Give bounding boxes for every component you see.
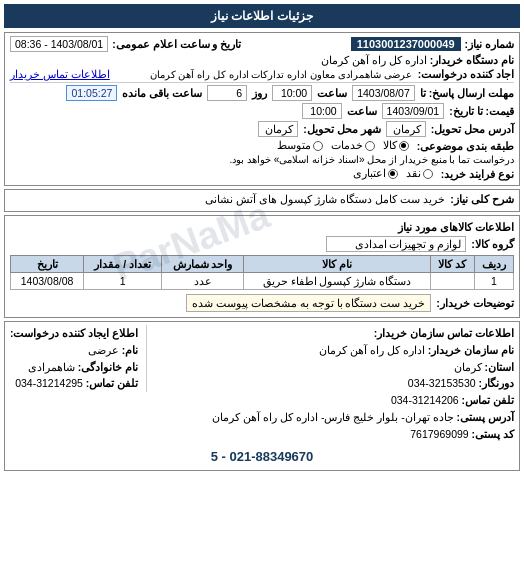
requester-org-title: اطلاع ایجاد کننده درخواست:	[10, 325, 138, 342]
cash-label: نقد	[406, 167, 421, 180]
exchange-row: درخواست تما با منبع خریدار از محل «اسناد…	[10, 154, 514, 165]
order-date-row: شماره نیاز: 1103001237000049 تاریخ و ساع…	[10, 36, 514, 52]
expiry-date-value: 1403/09/01	[382, 103, 445, 119]
hours-label: ساعت باقی مانده	[122, 87, 202, 99]
cash-radio[interactable]	[423, 169, 433, 179]
contact-phone2-value: 31214206-034	[391, 394, 459, 406]
send-time-value: 10:00	[272, 85, 312, 101]
main-info-section: شماره نیاز: 1103001237000049 تاریخ و ساع…	[4, 32, 520, 186]
buyer-note-value: خرید ست دستگاه با توجه به مشخصات پیوست ش…	[186, 294, 431, 312]
goods-group-label: گروه کالا:	[471, 238, 514, 251]
delivery-city-label: شهر محل تحویل:	[303, 123, 380, 135]
contact-main: اطلاعات تماس سازمان خریدار: نام سازمان خ…	[212, 325, 514, 443]
topic-khadamat-radio[interactable]	[365, 141, 375, 151]
topic-middle-label: متوسط	[277, 139, 311, 152]
page-title: جزئیات اطلاعات نیاز	[211, 9, 313, 23]
contact-province-value: کرمان	[454, 361, 482, 373]
requester-phone-row: تلفن تماس: 31214295-034	[10, 375, 138, 392]
buyer-org-value: اداره کل راه آهن کرمان	[321, 54, 427, 66]
delivery-city-value: کرمان	[258, 121, 298, 137]
send-date-label: مهلت ارسال پاسخ: تا	[420, 87, 514, 99]
topic-kala-radio[interactable]	[399, 141, 409, 151]
credit-option[interactable]: اعتباری	[353, 167, 398, 180]
hours-value: 01:05:27	[66, 85, 117, 101]
requester-surname-value: شاهمرادی	[28, 361, 75, 373]
cell-row: 1	[474, 273, 513, 290]
credit-label: اعتباری	[353, 167, 386, 180]
description-row: شرح کلی نیاز: خرید ست کامل دستگاه شارژ ک…	[10, 193, 514, 206]
purchase-org-full: عرضی شاهمرادی معاون اداره تدارکات اداره …	[150, 69, 412, 80]
page-container: ParNaMa جزئیات اطلاعات نیاز شماره نیاز: …	[0, 0, 524, 478]
days-value: 6	[207, 85, 247, 101]
days-label: روز	[252, 87, 267, 99]
topic-label: طبقه بندی موضوعی:	[417, 140, 514, 152]
description-value: خرید ست کامل دستگاه شارژ کپسول های آتش ن…	[205, 193, 445, 206]
credit-radio[interactable]	[388, 169, 398, 179]
send-date-row: مهلت ارسال پاسخ: تا 1403/08/07 ساعت 10:0…	[10, 85, 514, 101]
cell-unit: عدد	[162, 273, 244, 290]
requester-surname-label: نام خانوادگی:	[78, 361, 138, 373]
purchase-org-row: اجاد کننده درخواست: عرضی شاهمرادی معاون …	[10, 68, 514, 80]
expiry-note-label: قیمت: تا تاریخ:	[449, 105, 514, 117]
topic-middle-radio[interactable]	[313, 141, 323, 151]
description-section: شرح کلی نیاز: خرید ست کامل دستگاه شارژ ک…	[4, 189, 520, 212]
delivery-place-label: آدرس محل تحویل:	[431, 123, 514, 135]
requester-surname-row: نام خانوادگی: شاهمرادی	[10, 359, 138, 376]
topic-khadamat-option[interactable]: خدمات	[331, 139, 375, 152]
date-time-group: تاریخ و ساعت اعلام عمومی: 1403/08/01 - 0…	[10, 36, 241, 52]
send-date-value: 1403/08/07	[352, 85, 415, 101]
col-code: کد کالا	[431, 256, 475, 273]
contact-phone2-label: تلفن تماس:	[462, 394, 514, 406]
delivery-row: آدرس محل تحویل: کرمان شهر محل تحویل: کرم…	[10, 121, 514, 137]
contact-org-value: اداره کل راه آهن کرمان	[319, 344, 425, 356]
purchase-org-group: اجاد کننده درخواست: عرضی شاهمرادی معاون …	[150, 68, 514, 80]
buyer-note-label: توضیحات خریدار:	[436, 297, 514, 310]
contact-postal-row: کد پستی: 7617969099	[212, 426, 514, 443]
delivery-place-value: کرمان	[386, 121, 426, 137]
col-qty: تعداد / مقدار	[84, 256, 162, 273]
contact-postal-value: 7617969099	[410, 428, 468, 440]
contact-phone1-value: 32153530-034	[408, 377, 476, 389]
contact-address-label: آدرس پستی:	[457, 411, 514, 423]
contact-org-label: نام سازمان خریدار:	[428, 344, 514, 356]
goods-group-row: گروه کالا: لوازم و تجهیزات امدادی	[10, 236, 514, 252]
hotline-row: 5 - 021-88349670	[10, 447, 514, 468]
buyer-org-label: نام دستگاه خریدار:	[430, 54, 514, 66]
contact-address-row: آدرس پستی: جاده تهران- بلوار خلیج فارس- …	[212, 409, 514, 426]
requester-name-label: نام:	[122, 344, 139, 356]
col-row: ردیف	[474, 256, 513, 273]
purchase-org-label: اجاد کننده درخواست:	[418, 68, 514, 80]
hotline-number: 5 - 021-88349670	[211, 449, 314, 464]
contact-link[interactable]: اطلاعات تماس خریدار	[10, 68, 110, 80]
contact-org-row: نام سازمان خریدار: اداره کل راه آهن کرما…	[212, 342, 514, 359]
goods-group-value: لوازم و تجهیزات امدادی	[326, 236, 466, 252]
cash-option[interactable]: نقد	[406, 167, 433, 180]
date-time-value: 1403/08/01 - 08:36	[10, 36, 108, 52]
requester-phone-label: تلفن تماس:	[86, 377, 138, 389]
exchange-note: درخواست تما با منبع خریدار از محل «اسناد…	[230, 154, 514, 165]
order-number-label: شماره نیاز:	[465, 38, 514, 50]
contact-title: اطلاعات تماس سازمان خریدار:	[212, 325, 514, 342]
col-date: تاریخ	[11, 256, 84, 273]
requester-info: اطلاع ایجاد کننده درخواست: نام: عرضی نام…	[10, 325, 147, 392]
topic-middle-option[interactable]: متوسط	[277, 139, 323, 152]
contact-phone1-row: دورنگار: 32153530-034	[212, 375, 514, 392]
cell-qty: 1	[84, 273, 162, 290]
cell-code	[431, 273, 475, 290]
contact-province-row: استان: کرمان	[212, 359, 514, 376]
purchase-type-row: نوع فرایند خرید: نقد اعتباری	[10, 167, 514, 180]
send-time-label: ساعت	[317, 87, 347, 99]
purchase-type-label: نوع فرایند خرید:	[441, 168, 514, 180]
divider-1	[10, 82, 514, 83]
cell-name: دستگاه شارژ کپسول اطفاء حریق	[243, 273, 430, 290]
cell-date: 1403/08/08	[11, 273, 84, 290]
buyer-org-row: نام دستگاه خریدار: اداره کل راه آهن کرما…	[10, 54, 514, 66]
topic-kala-option[interactable]: کالا	[383, 139, 409, 152]
topic-row: طبقه بندی موضوعی: کالا خدمات متوسط	[10, 139, 514, 152]
expiry-time-label: ساعت	[347, 105, 377, 117]
contact-province-label: استان:	[485, 361, 515, 373]
date-time-label: تاریخ و ساعت اعلام عمومی:	[112, 38, 241, 50]
contact-phone1-label: دورنگار:	[479, 377, 515, 389]
requester-name-value: عرضی	[88, 344, 119, 356]
order-number-value: 1103001237000049	[351, 37, 461, 51]
